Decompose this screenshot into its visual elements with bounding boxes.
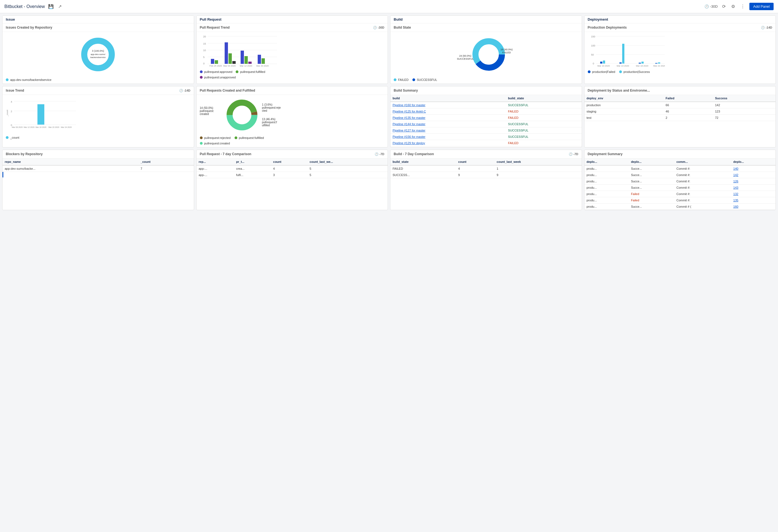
svg-rect-45 xyxy=(603,61,605,64)
legend-dot-rejected xyxy=(200,137,203,139)
deploy-env: staging xyxy=(585,108,664,115)
col-success: Success xyxy=(713,95,776,102)
build-7day-title: Build - 7 Day Comparison xyxy=(394,152,434,156)
svg-text:0: 0 xyxy=(203,62,205,65)
ds-link[interactable]: 143 xyxy=(731,185,776,191)
build-7day-table: build_state count count_last_week FAILED… xyxy=(390,159,582,178)
refresh-icon[interactable]: ⟳ xyxy=(721,3,727,10)
build-summary-panel: Build Summary build build_state Pipeline… xyxy=(390,86,582,148)
table-row: Pipeline #160 for masterSUCCESSFUL xyxy=(390,102,582,108)
ds-env: produ... xyxy=(585,197,629,203)
pr-created-fulfilled-panel: Pull Requests Created and Fulfilled 14 (… xyxy=(196,86,388,148)
deployment-by-status-thead-row: deploy_env Failed Success xyxy=(585,95,776,102)
legend-label-cf-fulfilled: pullrequest:fulfilled xyxy=(239,136,264,140)
issue-created-title: Issues Created by Repository xyxy=(6,25,52,29)
pr-trend-header: Pull Request Trend 🕐 -30D xyxy=(197,23,388,32)
build-7day-thead-row: build_state count count_last_week xyxy=(390,159,582,165)
build-state: SUCCESSFUL xyxy=(506,121,581,127)
issue-created-panel: Issue Issues Created by Repository 3 (10… xyxy=(2,15,194,84)
header-right: 🕐 -30D ⟳ ⚙ ⋮ Add Panel xyxy=(704,3,774,10)
build-7day-header: Build - 7 Day Comparison 🕐 -7D xyxy=(390,150,582,159)
legend-label-prod-failed: production|Failed xyxy=(592,70,615,74)
table-row: staging46123 xyxy=(585,108,776,115)
ds-env: produ... xyxy=(585,172,629,178)
svg-rect-24 xyxy=(261,58,265,64)
ds-link[interactable]: 142 xyxy=(731,172,776,178)
svg-rect-23 xyxy=(258,55,261,64)
ds-status: Failed xyxy=(629,197,674,203)
pr-count: 4 xyxy=(271,165,308,172)
build-name[interactable]: Pipeline #135 for master xyxy=(390,115,506,121)
legend-dot-failed xyxy=(394,78,396,81)
blockers-header: Blockers by Repository xyxy=(2,150,194,159)
build-count-7d: 9 xyxy=(456,172,494,178)
build-name[interactable]: Pipeline #127 for master xyxy=(390,127,506,134)
clock-icon-prod: 🕐 xyxy=(761,26,765,29)
svg-text:Mar 16 2020: Mar 16 2020 xyxy=(35,126,46,128)
pr-cf-legend2: pullrequest:created xyxy=(197,142,388,147)
ds-link[interactable]: 135 xyxy=(731,197,776,203)
build-state-header: Build State xyxy=(390,23,582,32)
ds-commit: Commit #: xyxy=(674,185,731,191)
deployment-summary-title: Deployment Summary xyxy=(588,152,623,156)
issue-created-chart: 3 (100.0%) app-dev-sumo/ backendservice xyxy=(2,32,194,77)
add-panel-button[interactable]: Add Panel xyxy=(749,3,774,10)
legend-label-prod-success: production|Success xyxy=(624,70,650,74)
ds-link[interactable]: 126 xyxy=(731,178,776,185)
build-name[interactable]: Pipeline #160 for master xyxy=(390,102,506,108)
ds-status: Failed xyxy=(629,191,674,197)
svg-rect-46 xyxy=(619,63,622,64)
issue-donut-svg: 3 (100.0%) app-dev-sumo/ backendservice xyxy=(76,35,120,74)
repo-name: app-dev-sumo/backe... xyxy=(2,165,139,172)
table-row: SUCCESS...99 xyxy=(390,172,582,178)
svg-text:Mar 12 2020: Mar 12 2020 xyxy=(24,126,34,128)
time-label: -30D xyxy=(710,4,718,8)
build-name[interactable]: Pipeline #156 for master xyxy=(390,134,506,140)
ds-status: Succe... xyxy=(629,203,674,210)
issue-section-label: Issue xyxy=(2,16,194,23)
time-selector[interactable]: 🕐 -30D xyxy=(704,4,718,8)
ds-link[interactable]: 160 xyxy=(731,203,776,210)
ds-link[interactable]: 132 xyxy=(731,191,776,197)
table-row: Pipeline #129 for deployFAILED xyxy=(390,140,582,146)
deploy-env: test xyxy=(585,115,664,121)
col-build-lastweek: count_last_week xyxy=(494,159,581,165)
ds-commit: Commit #: xyxy=(674,165,731,172)
export-icon[interactable]: ↗ xyxy=(57,3,63,10)
settings-icon[interactable]: ⚙ xyxy=(730,3,736,10)
issue-trend-panel: Issue Trend 🕐 -14D _count 4 2 0 Mar 08 2… xyxy=(2,86,194,148)
svg-text:100: 100 xyxy=(591,44,595,47)
legend-label-created: pullrequest:created xyxy=(204,142,230,145)
deployment-summary-table: deplo... deplo... comm... deplo... produ… xyxy=(585,159,776,210)
pr-rejected-label: 1 (3.6%)pullrequest:rejected xyxy=(262,103,281,112)
pr-trend-legend: pullrequest:approved pullrequest:fulfill… xyxy=(197,69,388,76)
build-section-label: Build xyxy=(390,16,582,23)
deployment-summary-panel: Deployment Summary deplo... deplo... com… xyxy=(584,150,776,210)
pr-7day-thead-row: rep... pr_t... count count_last_we... xyxy=(197,159,388,165)
build-name[interactable]: Pipeline #125 for Ankit-C xyxy=(390,108,506,115)
svg-rect-44 xyxy=(600,62,602,64)
issue-trend-svg: _count 4 2 0 Mar 08 2020 Mar 12 2020 Mar… xyxy=(6,97,77,133)
deployment-section-label: Deployment xyxy=(585,16,776,23)
success-count: 72 xyxy=(713,115,776,121)
svg-text:3 (100.0%): 3 (100.0%) xyxy=(92,50,104,52)
deployment-by-status-title: Deployment by Status and Environme... xyxy=(588,89,650,92)
pr-repo: app-... xyxy=(197,172,234,178)
more-icon[interactable]: ⋮ xyxy=(740,3,746,10)
svg-rect-21 xyxy=(244,56,248,64)
svg-rect-51 xyxy=(658,63,660,64)
build-state-7d: FAILED xyxy=(390,165,456,172)
ds-link[interactable]: 140 xyxy=(731,165,776,172)
ds-env: produ... xyxy=(585,185,629,191)
build-name[interactable]: Pipeline #144 for master xyxy=(390,121,506,127)
pr-lastweek: 5 xyxy=(308,165,388,172)
build-name[interactable]: Pipeline #129 for deploy xyxy=(390,140,506,146)
svg-point-31 xyxy=(481,47,496,62)
save-icon[interactable]: 💾 xyxy=(47,3,55,10)
col-build-count: count xyxy=(456,159,494,165)
svg-text:4: 4 xyxy=(11,100,12,103)
table-row: app-...crea...45 xyxy=(197,165,388,172)
svg-text:Mar 12 2020: Mar 12 2020 xyxy=(240,65,252,67)
svg-text:backendservice: backendservice xyxy=(90,56,106,59)
legend-label-approved: pullrequest:approved xyxy=(204,70,233,74)
